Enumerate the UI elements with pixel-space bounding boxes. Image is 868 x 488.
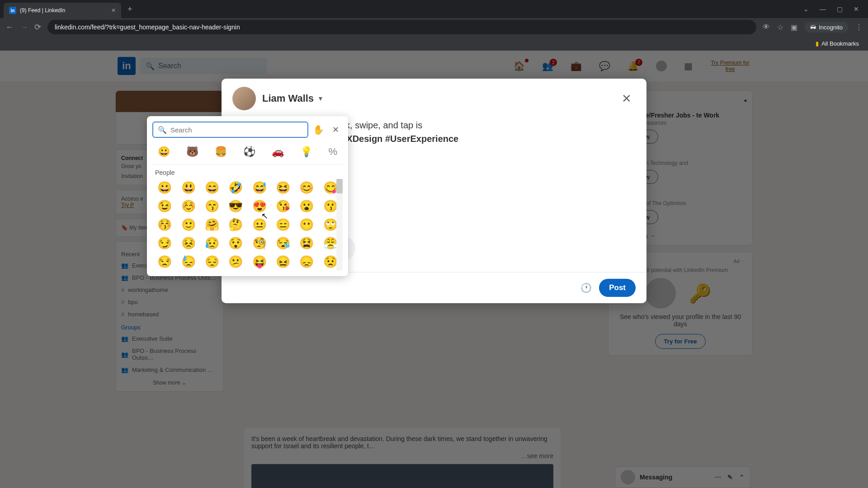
post-button[interactable]: Post (599, 279, 636, 297)
emoji-option[interactable]: 🤗 (202, 217, 222, 233)
schedule-icon[interactable]: 🕐 (580, 282, 592, 293)
emoji-option[interactable]: 😣 (178, 235, 198, 251)
eye-off-icon[interactable]: 👁 (763, 23, 770, 31)
star-icon[interactable]: ☆ (777, 23, 783, 32)
emoji-option[interactable]: 😯 (225, 235, 246, 251)
emoji-option[interactable]: 😐 (249, 217, 270, 233)
kebab-menu-icon[interactable]: ⋮ (855, 23, 863, 32)
emoji-option[interactable]: 😏 (154, 235, 175, 251)
emoji-option[interactable]: 🤔 (225, 217, 246, 233)
incognito-badge: 🕶 Incognito (805, 22, 848, 33)
url-text: linkedin.com/feed/?trk=guest_homepage_ba… (55, 23, 240, 31)
emoji-category-tab[interactable]: 🚗 (270, 144, 286, 160)
browser-tab-strip: in (9) Feed | LinkedIn ✕ + ⌄ — ▢ ✕ (0, 0, 868, 18)
chevron-down-icon[interactable]: ⌄ (803, 5, 809, 13)
emoji-option[interactable]: 😃 (178, 180, 198, 196)
emoji-option[interactable]: 😶 (296, 217, 317, 233)
emoji-picker: 🔍 ✋ ✕ 😀🐻🍔⚽🚗💡% People 😀😃😄🤣😅😆😊😋😉☺️😙😎😍😘😮😗😚🙂… (147, 116, 348, 276)
emoji-option[interactable]: 😒 (154, 254, 175, 270)
emoji-scrollbar[interactable] (336, 179, 343, 271)
emoji-option[interactable]: 😎 (225, 198, 246, 214)
emoji-category-tab[interactable]: % (326, 144, 339, 160)
extensions-icon[interactable]: ▣ (791, 23, 797, 32)
emoji-category-tab[interactable]: 😀 (156, 144, 172, 160)
emoji-section-label: People (152, 164, 343, 179)
all-bookmarks-link[interactable]: All Bookmarks (821, 40, 859, 47)
emoji-category-tab[interactable]: 🐻 (184, 144, 200, 160)
emoji-option[interactable]: 😅 (249, 180, 270, 196)
emoji-category-tab[interactable]: 🍔 (213, 144, 229, 160)
emoji-option[interactable]: 😊 (296, 180, 317, 196)
emoji-option[interactable]: 😔 (202, 254, 222, 270)
emoji-category-tabs: 😀🐻🍔⚽🚗💡% (152, 142, 343, 164)
author-selector[interactable]: Liam Walls ▼ (262, 93, 324, 104)
emoji-option[interactable]: 😚 (154, 217, 175, 233)
emoji-option[interactable]: 🙂 (178, 217, 198, 233)
emoji-option[interactable]: 😥 (202, 235, 222, 251)
tab-title: (9) Feed | LinkedIn (20, 7, 66, 14)
address-bar: ← → ⟳ linkedin.com/feed/?trk=guest_homep… (0, 18, 868, 36)
emoji-category-tab[interactable]: 💡 (298, 144, 314, 160)
emoji-option[interactable]: 😆 (273, 180, 293, 196)
emoji-option[interactable]: 😝 (249, 254, 270, 270)
emoji-option[interactable]: 😓 (178, 254, 198, 270)
emoji-option[interactable]: 😘 (273, 198, 293, 214)
close-modal-button[interactable]: ✕ (618, 89, 636, 108)
emoji-option[interactable]: ☺️ (178, 198, 198, 214)
close-window-icon[interactable]: ✕ (854, 5, 859, 13)
search-icon: 🔍 (158, 126, 167, 134)
browser-tab[interactable]: in (9) Feed | LinkedIn ✕ (4, 3, 121, 18)
emoji-grid: 😀😃😄🤣😅😆😊😋😉☺️😙😎😍😘😮😗😚🙂🤗🤔😐😑😶🙄😏😣😥😯🧐😪😫😤😒😓😔😕😝😖😞… (152, 179, 343, 271)
tab-close-icon[interactable]: ✕ (111, 7, 116, 14)
emoji-option[interactable]: 😕 (225, 254, 246, 270)
emoji-category-tab[interactable]: ⚽ (241, 144, 257, 160)
maximize-icon[interactable]: ▢ (837, 5, 843, 13)
emoji-option[interactable]: 🧐 (249, 235, 270, 251)
emoji-option[interactable]: 😉 (154, 198, 175, 214)
reload-icon[interactable]: ⟳ (34, 22, 41, 32)
new-tab-button[interactable]: + (127, 5, 132, 14)
emoji-search-input[interactable] (170, 126, 303, 134)
emoji-option[interactable]: 🤣 (225, 180, 246, 196)
emoji-search-field[interactable]: 🔍 (152, 122, 308, 138)
forward-icon: → (20, 23, 28, 32)
emoji-option[interactable]: 😞 (296, 254, 317, 270)
emoji-option[interactable]: 😍 (249, 198, 270, 214)
bookmark-folder-icon: ▮ (816, 40, 819, 47)
incognito-icon: 🕶 (810, 24, 816, 31)
emoji-option[interactable]: 😮 (296, 198, 317, 214)
emoji-option[interactable]: 😪 (273, 235, 293, 251)
emoji-option[interactable]: 😄 (202, 180, 222, 196)
emoji-option[interactable]: 😀 (154, 180, 175, 196)
linkedin-favicon: in (9, 7, 16, 14)
back-icon[interactable]: ← (5, 23, 14, 32)
emoji-option[interactable]: 😖 (273, 254, 293, 270)
skin-tone-selector[interactable]: ✋ (313, 124, 324, 135)
emoji-option[interactable]: 😫 (296, 235, 317, 251)
emoji-option[interactable]: 😙 (202, 198, 222, 214)
window-controls: ⌄ — ▢ ✕ (803, 5, 864, 13)
url-field[interactable]: linkedin.com/feed/?trk=guest_homepage_ba… (47, 20, 756, 34)
bookmarks-bar: ▮ All Bookmarks (0, 36, 868, 51)
minimize-icon[interactable]: — (820, 5, 826, 13)
chevron-down-icon: ▼ (317, 95, 324, 102)
author-avatar[interactable] (232, 87, 256, 110)
emoji-option[interactable]: 😑 (273, 217, 293, 233)
emoji-picker-close-icon[interactable]: ✕ (329, 123, 343, 136)
